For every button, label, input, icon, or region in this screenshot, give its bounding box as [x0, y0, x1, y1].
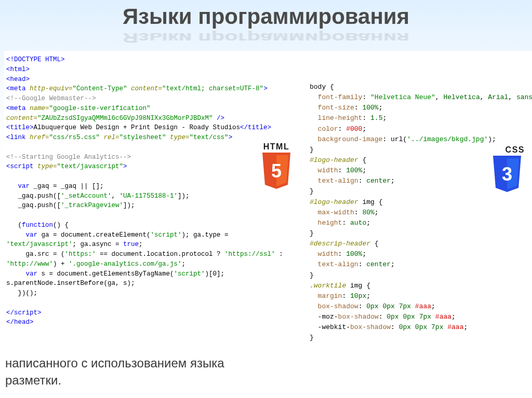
js-str: '_setAccount': [61, 193, 112, 200]
html-line: <html>: [6, 66, 30, 73]
html-tag: >: [123, 163, 127, 170]
html-str: "text/html; charset=UTF-8": [162, 85, 263, 92]
js-str: 'https://ssl': [224, 251, 275, 258]
css-prefix: -webkit-: [310, 323, 350, 331]
css-color: #aaa: [435, 313, 451, 321]
html-tag: >: [229, 134, 233, 141]
html-attr: type=: [166, 134, 190, 141]
js-code: )[0];: [205, 270, 225, 278]
html5-label: HTML: [259, 142, 294, 152]
css-prop: margin: [310, 292, 342, 300]
js-str: 'https:': [65, 251, 96, 258]
html-attr: href=: [26, 134, 49, 141]
css-brace: {: [358, 156, 367, 164]
css-sel: body {: [310, 83, 334, 91]
html-str: "ZAUbZzsdSIgyaQMMml6c6GVpJ98NIXx3GbMorPJ…: [37, 115, 213, 122]
css-code-panel: body { font-family: "Helvetica Neue", He…: [300, 51, 529, 348]
css-sep: :: [354, 209, 363, 216]
html-tag: <script: [6, 163, 34, 170]
css-val: Helvetica: [443, 93, 480, 101]
code-panels: <!DOCTYPE HTML> <html> <head> <meta http…: [4, 51, 532, 348]
css-sep: ;: [391, 177, 395, 185]
js-code: })();: [6, 290, 37, 297]
css-val: 1.5: [370, 114, 382, 122]
css-val: Arial: [488, 93, 508, 101]
html5-shield-icon: 5: [260, 153, 293, 191]
html-tag: <link: [6, 134, 26, 141]
css-sep: :: [379, 313, 387, 321]
html-str: "text/javascript": [57, 163, 124, 170]
css-prop: font-family: [310, 93, 362, 101]
css-sep: ;: [431, 303, 435, 310]
css-prop: line-height: [310, 114, 362, 122]
css-sep: :: [342, 219, 350, 227]
html-str: "stylesheet": [119, 134, 166, 141]
js-code: ;: [182, 260, 186, 268]
js-code: _gaq.push([: [6, 202, 61, 209]
bottom-line-1: написанного с использованием языка: [5, 355, 224, 372]
css-sep: :: [362, 114, 370, 122]
css-sep: ;: [391, 260, 395, 268]
slide-title-reflection: Языки программирования: [0, 30, 532, 45]
js-code: :: [275, 251, 287, 258]
html-text: Albuquerque Web Design + Print Design - …: [34, 124, 241, 131]
css-sep: :: [391, 323, 399, 331]
css-sep: ,: [480, 93, 488, 101]
css-prop: height: [310, 219, 342, 227]
html-tag: <meta: [6, 85, 26, 92]
js-code: _gaq = _gaq || [];: [30, 183, 104, 190]
css-sel: img {: [358, 198, 383, 206]
css3-shield-icon: 3: [490, 156, 524, 194]
css-sel: #logo-header: [310, 156, 358, 164]
css-sep: :: [338, 125, 347, 133]
css-sel: #logo-header: [310, 198, 358, 206]
html-tag: <title>: [6, 124, 34, 131]
html-attr: content=: [6, 115, 37, 122]
html-attr: http-equiv=: [26, 85, 73, 92]
html-line: <head>: [6, 76, 30, 83]
html-comment: <!--Google Webmaster-->: [6, 95, 96, 102]
js-code: () {: [53, 222, 69, 229]
css-val: center: [366, 260, 391, 268]
css-sep: :: [358, 260, 367, 268]
js-str: '.google-analytics.com/ga.js': [69, 260, 182, 268]
css-prop: text-align: [310, 177, 358, 185]
css-sep: ;: [379, 104, 383, 112]
css-sep: ;: [362, 250, 366, 258]
css-val: auto: [350, 219, 366, 227]
js-str: '_trackPageview': [61, 202, 123, 209]
css-str: "Helvetica Neue": [370, 93, 435, 101]
js-kw: var: [6, 270, 37, 278]
css-sep: ;: [451, 313, 456, 321]
css-val: 0px 0px 7px: [387, 313, 435, 321]
css-prop: width: [310, 250, 338, 258]
css-sep: );: [488, 135, 496, 143]
js-str: 'script': [174, 270, 205, 278]
html-attr: type=: [34, 163, 57, 170]
css-sel: img {: [346, 282, 370, 290]
html-str: "Content-Type": [73, 85, 127, 92]
css-val: 0px 0px 7px: [399, 323, 448, 331]
bottom-line-2: разметки.: [5, 372, 224, 389]
css-sep: :: [358, 177, 367, 185]
html5-number: 5: [271, 160, 282, 182]
css-prop: width: [310, 167, 338, 174]
css-val: 80%: [362, 209, 374, 216]
js-code: ;: [139, 241, 143, 248]
js-code: s.parentNode.insertBefore(ga, s);: [6, 280, 135, 287]
slide-title: Языки программирования: [0, 0, 532, 29]
css-sep: ;: [463, 323, 468, 331]
css-sep: :: [338, 167, 347, 174]
css-val: sans-: [516, 93, 532, 101]
html-line: <!DOCTYPE HTML>: [6, 56, 65, 63]
html-tag: <meta: [6, 105, 26, 112]
css-brace: }: [310, 229, 314, 237]
css-brace: }: [310, 334, 314, 341]
css-val: 100%: [346, 167, 362, 174]
css-val: 100%: [346, 250, 362, 258]
js-code: ,: [112, 193, 119, 200]
css-prop: box-shadow: [338, 313, 379, 321]
css-sep: : url(: [382, 135, 407, 143]
css-prop: box-shadow: [350, 323, 391, 331]
js-kw: var: [6, 231, 37, 239]
